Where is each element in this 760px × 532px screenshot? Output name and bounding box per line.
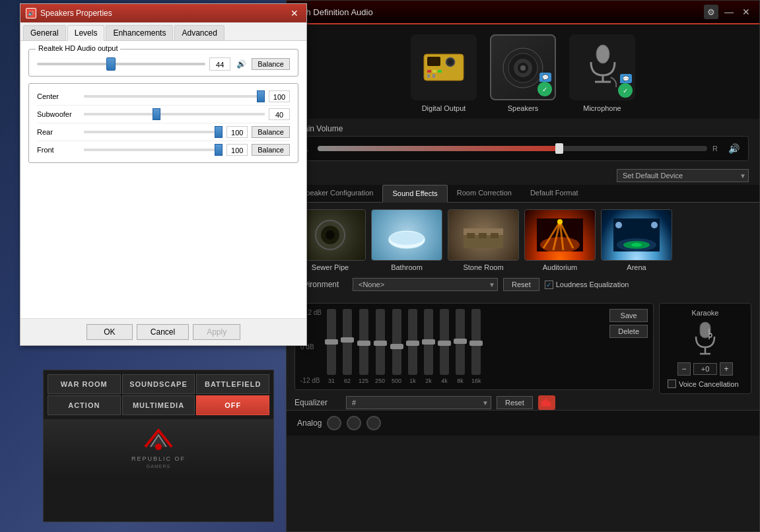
voice-cancel-checkbox[interactable] [668, 380, 676, 388]
eq-thumb-8k[interactable] [454, 339, 467, 344]
channel-front-balance-button[interactable]: Balance [252, 144, 290, 156]
eq-thumb-1k[interactable] [406, 341, 419, 346]
eq-thumb-500[interactable] [390, 344, 403, 349]
tab-sound-effects[interactable]: Sound Effects [382, 185, 447, 203]
device-microphone[interactable]: 💬 ✓ Microphone [569, 34, 635, 112]
eq-save-button[interactable]: Save [609, 309, 648, 322]
speakers-close-button[interactable]: ✕ [288, 7, 301, 20]
karaoke-minus-button[interactable]: − [677, 362, 691, 376]
analog-circle-1[interactable] [327, 416, 341, 430]
env-auditorium[interactable]: Auditorium [524, 209, 596, 271]
karaoke-plus-button[interactable]: + [720, 362, 733, 376]
eq-thumb-4k[interactable] [438, 341, 451, 346]
realtek-slider-track[interactable] [37, 63, 205, 65]
ok-button[interactable]: OK [86, 324, 133, 340]
realtek-group: Realtek HD Audio output 44 🔊 Balance [28, 49, 298, 77]
eq-thumb-16k[interactable] [469, 341, 483, 346]
env-bathroom-label: Bathroom [391, 263, 423, 271]
eq-thumb-31[interactable] [325, 339, 338, 345]
sewer-svg [310, 218, 350, 251]
loudness-checkbox[interactable] [545, 281, 553, 289]
eq-slider-8k[interactable] [456, 309, 465, 375]
channel-front-slider[interactable] [84, 149, 223, 151]
channel-subwoofer-slider[interactable] [84, 113, 265, 116]
svg-rect-2 [427, 57, 440, 66]
volume-thumb[interactable] [555, 143, 563, 154]
environment-reset-button[interactable]: Reset [503, 278, 539, 291]
env-bathroom[interactable]: Bathroom [371, 209, 442, 271]
tab-default-format[interactable]: Default Format [521, 185, 588, 203]
cancel-button[interactable]: Cancel [137, 324, 189, 340]
speakers-properties-window: 🔊 Speakers Properties ✕ General Levels E… [20, 3, 307, 346]
device-digital-output[interactable]: Digital Output [411, 34, 477, 112]
eq-band-16k: 16k [471, 309, 481, 384]
eq-preset-row: Equalizer # ▼ Reset [294, 395, 654, 410]
volume-track[interactable] [318, 146, 707, 151]
analog-circle-3[interactable] [366, 416, 381, 430]
rog-off-button[interactable]: OFF [196, 395, 269, 415]
eq-thumb-62[interactable] [341, 337, 354, 343]
env-arena[interactable]: Arena [601, 209, 672, 271]
channel-rear-slider[interactable] [84, 131, 223, 133]
microphone-chat-icon: 💬 [620, 74, 632, 83]
realtek-mute-icon[interactable]: 🔊 [234, 57, 248, 71]
eq-visualizer-button[interactable] [538, 395, 555, 410]
hda-minimize-button[interactable]: — [722, 5, 736, 18]
volume-mute-button[interactable]: 🔊 [726, 141, 742, 156]
svg-point-20 [326, 230, 335, 240]
eq-thumb-2k[interactable] [422, 339, 435, 345]
microphone-status-badge: ✓ [618, 83, 633, 98]
apply-button[interactable]: Apply [193, 324, 240, 340]
env-thumbnails: Sewer Pipe Bathroom [294, 209, 751, 271]
tab-general[interactable]: General [23, 25, 66, 40]
channel-center-thumb[interactable] [257, 90, 265, 102]
eq-reset-button[interactable]: Reset [497, 396, 533, 409]
eq-thumb-250[interactable] [374, 341, 387, 346]
eq-freq-1k: 1k [409, 378, 416, 384]
eq-slider-125[interactable] [359, 309, 368, 375]
tab-levels[interactable]: Levels [67, 25, 105, 41]
svg-rect-27 [491, 233, 499, 238]
svg-rect-26 [479, 233, 487, 238]
eq-slider-1k[interactable] [408, 309, 417, 375]
eq-slider-31[interactable] [327, 309, 336, 375]
eq-slider-500[interactable] [392, 309, 401, 375]
rog-war-room-button[interactable]: WAR ROOM [48, 374, 121, 394]
realtek-balance-button[interactable]: Balance [252, 58, 290, 70]
channel-subwoofer-thumb[interactable] [153, 108, 160, 120]
eq-freq-31: 31 [328, 378, 335, 384]
analog-circle-2[interactable] [347, 416, 361, 430]
hda-close-button[interactable]: ✕ [740, 5, 753, 18]
rog-soundscape-button[interactable]: SOUNDSCAPE [122, 374, 195, 394]
eq-slider-2k[interactable] [424, 309, 433, 375]
env-stone-room[interactable]: Stone Room [448, 209, 519, 271]
hda-settings-button[interactable]: ⚙ [704, 5, 718, 19]
rog-logo-text: REPUBLIC OF [131, 455, 186, 462]
environment-select[interactable]: <None> [353, 278, 498, 291]
realtek-slider-thumb[interactable] [106, 57, 116, 71]
channel-front-thumb[interactable] [215, 144, 223, 156]
tab-advanced[interactable]: Advanced [174, 25, 224, 40]
tab-room-correction[interactable]: Room Correction [448, 185, 521, 203]
eq-slider-250[interactable] [376, 309, 385, 375]
eq-thumb-125[interactable] [357, 341, 370, 346]
environment-select-wrap: <None> ▼ [353, 278, 498, 291]
eq-delete-button[interactable]: Delete [609, 325, 648, 338]
channel-rear-thumb[interactable] [215, 126, 223, 138]
rog-action-button[interactable]: ACTION [48, 395, 121, 415]
default-device-select[interactable]: Set Default Device [617, 169, 749, 182]
channel-center-slider[interactable] [84, 95, 265, 98]
eq-freq-8k: 8k [457, 378, 464, 384]
rog-logo: REPUBLIC OF GAMERS [131, 427, 186, 469]
eq-slider-62[interactable] [343, 309, 352, 375]
eq-slider-4k[interactable] [440, 309, 449, 375]
eq-preset-select[interactable]: # [346, 396, 491, 409]
channel-rear-balance-button[interactable]: Balance [252, 126, 290, 138]
device-speakers[interactable]: 💬 ✓ Speakers [490, 34, 556, 112]
karaoke-mic-icon-wrap [668, 321, 743, 357]
rog-battlefield-button[interactable]: BATTLEFIELD [196, 374, 269, 394]
tab-enhancements[interactable]: Enhancements [106, 25, 173, 40]
rog-multimedia-button[interactable]: MULTIMEDIA [122, 395, 195, 415]
svg-rect-41 [541, 401, 543, 407]
eq-slider-16k[interactable] [471, 309, 481, 375]
